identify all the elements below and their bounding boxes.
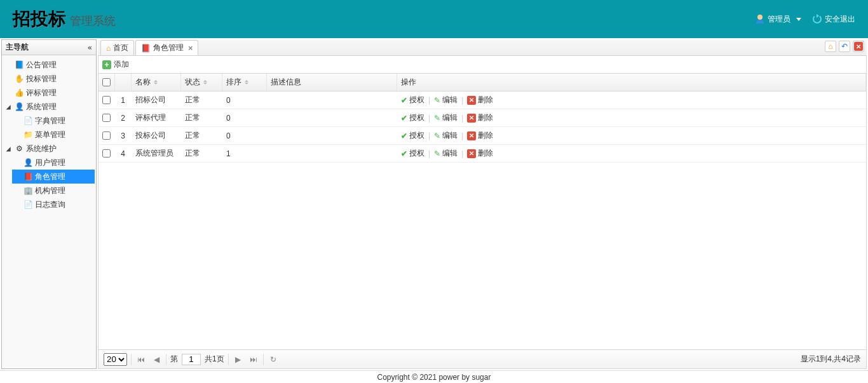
tree-node-label: 公告管理 xyxy=(26,58,57,71)
edit-button[interactable]: ✎ 编辑 xyxy=(434,148,458,159)
toolbar: + 添加 xyxy=(98,56,867,74)
tree-node-label: 字典管理 xyxy=(35,114,65,127)
sidebar-collapse-button[interactable]: « xyxy=(88,43,92,52)
add-label: 添加 xyxy=(114,59,129,70)
col-check[interactable] xyxy=(98,74,115,91)
data-grid: 名称 状态 排序 描述信息 操作 1招标公司正常0✔ 授权|✎ 编辑|✕ 删除2… xyxy=(98,74,867,369)
sidebar-item[interactable]: 👍评标管理 xyxy=(3,86,95,100)
tree-node-icon: 📘 xyxy=(14,60,24,70)
col-name[interactable]: 名称 xyxy=(132,74,181,91)
first-page-button[interactable]: ⏮ xyxy=(135,354,147,365)
tab-close-button[interactable]: × xyxy=(188,44,193,53)
add-button[interactable]: + 添加 xyxy=(102,59,129,70)
sort-icon xyxy=(245,80,248,84)
row-checkbox[interactable] xyxy=(102,131,111,140)
sidebar-item[interactable]: 📁菜单管理 xyxy=(12,128,95,142)
tool-back-button[interactable]: ↶ xyxy=(839,41,850,52)
row-checkbox[interactable] xyxy=(102,149,111,158)
tool-close-button[interactable]: ✕ xyxy=(853,41,864,52)
cell-name: 评标代理 xyxy=(132,109,181,126)
delete-icon: ✕ xyxy=(467,96,476,105)
sort-icon xyxy=(154,80,158,84)
delete-button[interactable]: ✕ 删除 xyxy=(467,95,493,105)
edit-icon: ✎ xyxy=(434,149,440,158)
row-checkbox[interactable] xyxy=(102,96,111,104)
role-icon: 📕 xyxy=(141,44,151,53)
edit-button[interactable]: ✎ 编辑 xyxy=(434,95,458,105)
tab-tools: ⌂ ↶ ✕ xyxy=(825,41,864,52)
auth-button[interactable]: ✔ 授权 xyxy=(401,112,424,123)
tab-roles[interactable]: 📕 角色管理 × xyxy=(135,40,198,55)
copyright: Copyright © 2021 power by sugar xyxy=(377,373,491,382)
col-desc[interactable]: 描述信息 xyxy=(267,74,397,91)
col-index xyxy=(115,74,132,91)
logout-button[interactable]: 安全退出 xyxy=(813,14,855,25)
sidebar-item[interactable]: 🏢机构管理 xyxy=(12,184,95,198)
user-menu[interactable]: 管理员 xyxy=(756,14,801,25)
home-icon: ⌂ xyxy=(106,44,111,53)
last-page-button[interactable]: ⏭ xyxy=(248,354,259,365)
tab-home[interactable]: ⌂ 首页 xyxy=(100,40,134,55)
sidebar-title: 主导航 xyxy=(6,42,29,53)
auth-button[interactable]: ✔ 授权 xyxy=(401,95,424,105)
page-size-select[interactable]: 20 xyxy=(104,353,127,366)
cell-status: 正常 xyxy=(181,91,222,109)
select-all-checkbox[interactable] xyxy=(102,78,111,86)
sidebar: 主导航 « 📘公告管理✋投标管理👍评标管理◢👤系统管理📄字典管理📁菜单管理◢⚙系… xyxy=(1,39,97,369)
cell-sort: 0 xyxy=(222,109,267,126)
cell-desc xyxy=(267,127,397,144)
next-page-button[interactable]: ▶ xyxy=(233,354,244,365)
check-icon: ✔ xyxy=(401,149,407,158)
sidebar-group[interactable]: ◢👤系统管理 xyxy=(3,100,95,114)
delete-icon: ✕ xyxy=(467,114,476,123)
table-row[interactable]: 2评标代理正常0✔ 授权|✎ 编辑|✕ 删除 xyxy=(98,109,866,127)
cell-ops: ✔ 授权|✎ 编辑|✕ 删除 xyxy=(397,127,866,144)
sidebar-header: 主导航 « xyxy=(2,40,96,55)
tree-node-label: 日志查询 xyxy=(35,198,65,211)
col-sort[interactable]: 排序 xyxy=(222,74,267,91)
row-checkbox[interactable] xyxy=(102,114,111,122)
delete-button[interactable]: ✕ 删除 xyxy=(467,112,493,123)
sidebar-item[interactable]: 📕角色管理 xyxy=(12,170,95,184)
cell-status: 正常 xyxy=(181,109,222,126)
tab-label: 首页 xyxy=(113,43,128,53)
sidebar-item[interactable]: 📘公告管理 xyxy=(3,58,95,72)
auth-button[interactable]: ✔ 授权 xyxy=(401,130,424,141)
sidebar-item[interactable]: 👤用户管理 xyxy=(12,156,95,170)
nav-tree: 📘公告管理✋投标管理👍评标管理◢👤系统管理📄字典管理📁菜单管理◢⚙系统维护👤用户… xyxy=(2,55,96,368)
cell-ops: ✔ 授权|✎ 编辑|✕ 删除 xyxy=(397,109,866,126)
tree-node-label: 评标管理 xyxy=(26,86,57,99)
sidebar-item[interactable]: 📄日志查询 xyxy=(12,198,95,212)
auth-button[interactable]: ✔ 授权 xyxy=(401,148,424,159)
tree-node-icon: 👤 xyxy=(23,158,33,168)
tree-node-icon: 📄 xyxy=(23,199,33,210)
cell-ops: ✔ 授权|✎ 编辑|✕ 删除 xyxy=(397,91,866,109)
col-status[interactable]: 状态 xyxy=(181,74,222,91)
home-icon: ⌂ xyxy=(828,42,832,51)
app-logo: 招投标 管理系统 xyxy=(13,7,116,31)
tree-node-label: 系统维护 xyxy=(26,142,57,155)
cell-sort: 1 xyxy=(222,145,267,162)
check-icon: ✔ xyxy=(401,131,407,140)
prev-page-button[interactable]: ◀ xyxy=(151,354,162,365)
refresh-button[interactable]: ↻ xyxy=(268,354,279,365)
edit-button[interactable]: ✎ 编辑 xyxy=(434,112,458,123)
close-icon: ✕ xyxy=(854,42,863,51)
tool-home-button[interactable]: ⌂ xyxy=(825,41,836,52)
edit-button[interactable]: ✎ 编辑 xyxy=(434,130,458,141)
sidebar-item[interactable]: ✋投标管理 xyxy=(3,72,95,86)
page-input[interactable] xyxy=(182,354,201,365)
cell-name: 系统管理员 xyxy=(132,145,181,162)
page-prefix: 第 xyxy=(170,354,178,365)
cell-status: 正常 xyxy=(181,145,222,162)
table-row[interactable]: 3投标公司正常0✔ 授权|✎ 编辑|✕ 删除 xyxy=(98,127,866,145)
table-row[interactable]: 4系统管理员正常1✔ 授权|✎ 编辑|✕ 删除 xyxy=(98,145,866,163)
logout-label: 安全退出 xyxy=(825,14,855,25)
edit-icon: ✎ xyxy=(434,96,440,105)
sidebar-group[interactable]: ◢⚙系统维护 xyxy=(3,142,95,156)
delete-button[interactable]: ✕ 删除 xyxy=(467,130,493,141)
refresh-icon xyxy=(813,15,822,24)
table-row[interactable]: 1招标公司正常0✔ 授权|✎ 编辑|✕ 删除 xyxy=(98,91,866,109)
delete-button[interactable]: ✕ 删除 xyxy=(467,148,493,159)
sidebar-item[interactable]: 📄字典管理 xyxy=(12,114,95,128)
